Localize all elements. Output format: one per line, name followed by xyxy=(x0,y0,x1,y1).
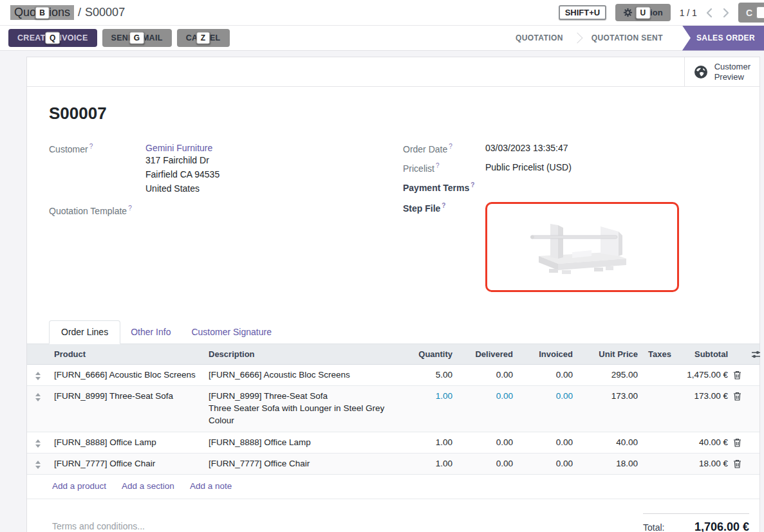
stage-sales-order[interactable]: SALES ORDER xyxy=(682,26,764,51)
create-invoice-button[interactable]: CREATE INVOICE Q xyxy=(8,29,97,47)
delete-line-icon[interactable] xyxy=(733,365,750,381)
hint-badge-corner xyxy=(756,6,764,19)
column-unit-price[interactable]: Unit Price xyxy=(578,344,643,364)
breadcrumb-quotations-link[interactable]: Quotations B xyxy=(10,5,74,20)
hint-badge-action: U xyxy=(636,6,651,19)
send-email-button[interactable]: SEND EMAIL G xyxy=(102,29,172,47)
action-status-bar: CREATE INVOICE Q SEND EMAIL G CANCEL Z Q… xyxy=(0,26,764,51)
cell-taxes[interactable] xyxy=(643,432,671,443)
cell-taxes[interactable] xyxy=(643,454,671,464)
tab-other-info[interactable]: Other Info xyxy=(120,321,181,344)
cell-subtotal[interactable]: 18.00 € xyxy=(671,454,733,473)
tab-order-lines[interactable]: Order Lines xyxy=(49,320,120,344)
cell-product[interactable]: [FURN_8999] Three-Seat Sofa xyxy=(49,386,203,406)
field-column-right: Order Date? 03/03/2023 13:35:47 Pricelis… xyxy=(403,143,738,300)
column-quantity[interactable]: Quantity xyxy=(403,344,458,364)
step-file-field-label: Step File? xyxy=(403,202,485,292)
pager-next-icon[interactable] xyxy=(723,8,729,18)
pager-previous-icon[interactable] xyxy=(706,8,713,18)
field-pricelist: Pricelist? Public Pricelist (USD) xyxy=(403,162,738,174)
field-step-file: Step File? xyxy=(403,202,738,292)
hint-badge-create-invoice: Q xyxy=(45,32,61,44)
cell-delivered[interactable]: 0.00 xyxy=(458,365,518,385)
help-question-icon: ? xyxy=(89,143,93,150)
cell-invoiced[interactable]: 0.00 xyxy=(518,432,578,452)
field-group: Customer? Gemini Furniture 317 Fairchild… xyxy=(49,143,738,300)
cell-taxes[interactable] xyxy=(643,386,671,396)
add-note-link[interactable]: Add a note xyxy=(190,481,232,491)
cell-product[interactable]: [FURN_7777] Office Chair xyxy=(49,454,203,473)
cut-off-corner-button[interactable]: C xyxy=(738,3,764,23)
order-lines-table: Product Description Quantity Delivered I… xyxy=(27,344,759,499)
cell-quantity[interactable]: 1.00 xyxy=(403,432,458,452)
hint-badge-send-email: G xyxy=(129,32,145,44)
cell-description[interactable]: [FURN_6666] Acoustic Bloc Screens xyxy=(203,365,403,385)
cancel-button[interactable]: CANCEL Z xyxy=(177,29,230,47)
cell-subtotal[interactable]: 1,475.00 € xyxy=(671,365,733,385)
step-file-preview-box[interactable] xyxy=(485,202,679,292)
drag-handle-icon[interactable] xyxy=(27,454,49,474)
order-date-value[interactable]: 03/03/2023 13:35:47 xyxy=(485,143,568,154)
order-date-field-label: Order Date? xyxy=(403,143,485,154)
add-section-link[interactable]: Add a section xyxy=(122,481,174,491)
customer-preview-button[interactable]: CustomerPreview xyxy=(684,57,759,86)
cell-subtotal[interactable]: 40.00 € xyxy=(671,432,733,452)
column-delivered[interactable]: Delivered xyxy=(458,344,518,364)
cell-unit-price[interactable]: 40.00 xyxy=(578,432,643,452)
cell-taxes[interactable] xyxy=(643,365,671,375)
cell-description-line2: Three Seater Sofa with Lounger in Steel … xyxy=(209,402,398,427)
customer-preview-label: CustomerPreview xyxy=(714,62,750,82)
field-quotation-template: Quotation Template? xyxy=(49,205,384,216)
column-description[interactable]: Description xyxy=(203,344,403,364)
order-line-row[interactable]: [FURN_6666] Acoustic Bloc Screens [FURN_… xyxy=(27,365,759,386)
cell-quantity[interactable]: 1.00 xyxy=(403,386,458,406)
stage-quotation-sent[interactable]: QUOTATION SENT xyxy=(579,33,676,42)
cell-description[interactable]: [FURN_8999] Three-Seat Sofa Three Seater… xyxy=(203,386,403,432)
cell-delivered[interactable]: 0.00 xyxy=(458,386,518,406)
delete-line-icon[interactable] xyxy=(733,432,750,449)
field-order-date: Order Date? 03/03/2023 13:35:47 xyxy=(403,143,738,154)
cell-invoiced[interactable]: 0.00 xyxy=(518,454,578,473)
cell-delivered[interactable]: 0.00 xyxy=(458,432,518,452)
quotation-template-field-label: Quotation Template? xyxy=(49,205,145,216)
add-product-link[interactable]: Add a product xyxy=(52,481,106,491)
drag-handle-icon[interactable] xyxy=(27,432,49,453)
order-lines-header-row: Product Description Quantity Delivered I… xyxy=(27,344,759,365)
tab-customer-signature[interactable]: Customer Signature xyxy=(181,321,282,344)
order-line-row[interactable]: [FURN_7777] Office Chair [FURN_7777] Off… xyxy=(27,454,759,475)
drag-handle-icon[interactable] xyxy=(27,386,49,407)
order-line-row[interactable]: [FURN_8888] Office Lamp [FURN_8888] Offi… xyxy=(27,432,759,454)
customer-link[interactable]: Gemini Furniture xyxy=(145,143,212,153)
cell-invoiced[interactable]: 0.00 xyxy=(518,386,578,406)
action-menu-button[interactable]: Action U xyxy=(615,4,670,21)
cell-product[interactable]: [FURN_8888] Office Lamp xyxy=(49,432,203,452)
cell-unit-price[interactable]: 18.00 xyxy=(578,454,643,473)
stage-quotation[interactable]: QUOTATION xyxy=(503,33,576,42)
cell-unit-price[interactable]: 173.00 xyxy=(578,386,643,406)
column-taxes[interactable]: Taxes xyxy=(643,344,671,364)
cell-quantity[interactable]: 5.00 xyxy=(403,365,458,385)
hint-badge-cancel: Z xyxy=(196,32,210,44)
cell-product[interactable]: [FURN_6666] Acoustic Bloc Screens xyxy=(49,365,203,385)
delete-line-icon[interactable] xyxy=(733,454,750,470)
line-add-actions: Add a product Add a section Add a note xyxy=(27,475,759,499)
pricelist-value[interactable]: Public Pricelist (USD) xyxy=(485,162,572,174)
cell-invoiced[interactable]: 0.00 xyxy=(518,365,578,385)
optional-columns-icon[interactable] xyxy=(750,344,761,361)
cell-subtotal[interactable]: 173.00 € xyxy=(671,386,733,406)
cell-delivered[interactable]: 0.00 xyxy=(458,454,518,473)
top-control-bar: Quotations B / S00007 SHIFT+U Action U 1… xyxy=(0,0,764,26)
pager-counter: 1 / 1 xyxy=(680,8,697,18)
delete-line-icon[interactable] xyxy=(733,386,750,403)
drag-handle-icon[interactable] xyxy=(27,365,49,385)
cell-unit-price[interactable]: 295.00 xyxy=(578,365,643,385)
cell-description[interactable]: [FURN_8888] Office Lamp xyxy=(203,432,403,452)
column-handle xyxy=(27,344,49,354)
cell-quantity[interactable]: 1.00 xyxy=(403,454,458,473)
column-subtotal[interactable]: Subtotal xyxy=(671,344,733,364)
column-product[interactable]: Product xyxy=(49,344,203,364)
terms-and-conditions-input[interactable]: Terms and conditions... xyxy=(52,513,145,532)
column-invoiced[interactable]: Invoiced xyxy=(518,344,578,364)
order-line-row[interactable]: [FURN_8999] Three-Seat Sofa [FURN_8999] … xyxy=(27,386,759,432)
cell-description[interactable]: [FURN_7777] Office Chair xyxy=(203,454,403,473)
